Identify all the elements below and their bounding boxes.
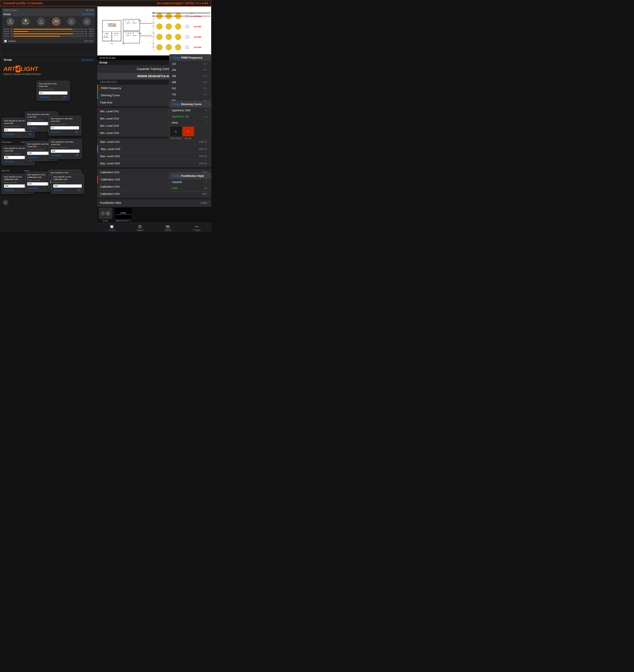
popup-img-2: 🔴 — [182, 127, 194, 136]
dimmer-handle-3 — [11, 33, 13, 35]
svg-text:8: 8 — [133, 20, 134, 22]
pushbutton-opt-casambi[interactable]: Casambi1 › — [169, 179, 211, 185]
svg-text:+: + — [114, 37, 115, 38]
device-mos[interactable]: ∿∿ MOS — [83, 18, 91, 26]
pwm-opt-488[interactable]: 488488 › — [169, 79, 211, 86]
popup-cal-ch1-title: Voer waarde in voorCalibration CH1 — [53, 176, 82, 181]
popup-cal-ch1-input[interactable] — [53, 184, 82, 188]
mobile-section: Groep Bewerken ART 4 LIGHT Importer Casa… — [0, 55, 211, 232]
popup-min-ch1[interactable]: Voer waarde in voor Min.Level CH1 Tussen… — [48, 116, 81, 136]
param-cal-ch2-label: Calibration CH2 — [101, 178, 120, 181]
svg-text:DA: DA — [103, 37, 106, 38]
tab-galerij[interactable]: 🖼 Galerij — [137, 225, 143, 231]
groep-circles[interactable] — [99, 208, 113, 219]
svg-text:9: 9 — [125, 32, 126, 34]
popup-min-ch1-ok[interactable]: OK — [74, 131, 79, 134]
pushbutton-popup-back[interactable]: ‹ Terug — [171, 175, 180, 178]
tab-meer[interactable]: ••• *** Meer — [193, 225, 200, 231]
pwm-opt-244[interactable]: 244244 › — [169, 67, 211, 73]
popup-max-ch2[interactable]: Voer waarde in voor Max.Level CH2 Tussen… — [49, 139, 82, 159]
popup-max-ch2-ok[interactable]: OK — [75, 154, 79, 157]
logo-4: 4 — [16, 66, 20, 72]
svg-point-51 — [156, 34, 162, 40]
popup-max-ch3-annuleren[interactable]: Annuleren — [27, 156, 39, 159]
dimming-opt-log100-selected[interactable]: logarithmic 100 1 ✓ — [169, 114, 211, 120]
svg-text:(+): (+) — [152, 46, 154, 48]
dimmer-handle-4 — [11, 35, 13, 37]
casambi-ui: 10:54 Di 14 dec. ▶ 100% Groep Bewerken ☰… — [2, 8, 95, 44]
pushbutton-popup: ‹ Terug PushButton Style Casambi1 › Ardi… — [169, 172, 211, 192]
arditi-subtitle: LIGHTING INNOVATION — [115, 214, 131, 215]
param-min-ch2-label: Min. Level CH2 — [100, 117, 119, 120]
pwm-opt-366[interactable]: 366366 › — [169, 73, 211, 79]
bewerken-header[interactable]: Bewerken — [81, 58, 93, 61]
tab-galerij-icon: 🖼 — [138, 225, 142, 229]
dimmer-row-2[interactable]: Dimmer 21,2 % — [4, 30, 94, 32]
popup-min-ch1-annuleren[interactable]: Annuleren — [50, 131, 62, 134]
popup-min-ch1-input[interactable] — [50, 126, 79, 130]
param-max-ch3[interactable]: Max. Level CH3 100 % › — [97, 153, 211, 160]
param-pushbutton[interactable]: PushButton Style Arditi › — [97, 199, 211, 206]
param-pushbutton-label: PushButton Style — [100, 201, 121, 204]
pushbutton-opt-arditi-selected[interactable]: Arditi 0 ✓ — [169, 185, 211, 191]
dimmer-row-4[interactable]: Dimmer 66,5 % — [4, 35, 94, 37]
tab-lampen[interactable]: 🔲 Lampen — [108, 225, 116, 231]
popup-fade-input[interactable] — [39, 91, 67, 95]
label-alle-lampen: Alle lampen — [2, 141, 11, 143]
popup-max-ch4-annuleren[interactable]: Annuleren — [4, 160, 16, 163]
dimming-opt-linear[interactable]: linear2 › — [169, 120, 211, 126]
svg-text:7: 7 — [130, 20, 131, 22]
popup-cal-ch4-annuleren[interactable]: Annuleren — [4, 189, 16, 192]
device-trinity[interactable]: ✂ Trinity — [37, 18, 45, 26]
tab-galerij-label: Galerij — [137, 229, 143, 231]
logo-tagline: Importer Casambi Enabled Products — [3, 73, 95, 75]
device-pure-move[interactable]: 💡 Pure move — [22, 18, 30, 26]
lamp-edit[interactable]: Meer filter — [84, 40, 94, 42]
pushbutton-popup-title: PushButton Style — [181, 174, 204, 178]
popup-min-ch2-annuleren[interactable]: Annuleren — [27, 126, 39, 130]
pwm-opt-610[interactable]: 610610 › — [169, 86, 211, 92]
popup-cal-ch1-annuleren[interactable]: Annuleren — [53, 189, 65, 192]
popup-cal-ch1-ok[interactable]: OK — [77, 189, 82, 192]
parameters-label: PARAMETERS — [100, 81, 117, 83]
param-max-ch2[interactable]: Max. Level CH2 100 % › — [97, 145, 211, 153]
param-max-ch2-value: 100 % › — [199, 147, 209, 150]
popup-cal-ch3-annuleren[interactable]: Annuleren — [27, 187, 39, 190]
popup-fade-title: Voer waarde in voorFade time — [39, 83, 67, 88]
popup-min-ch3-annuleren[interactable]: Annuleren — [4, 133, 16, 136]
device-groep[interactable]: ☰ Groep — [6, 18, 15, 26]
popup-max-ch2-subtitle: Tussen 0.1 en 100 % — [51, 146, 79, 148]
dimmer-fill-2 — [13, 31, 28, 32]
left-side: Groep Bewerken ART 4 LIGHT Importer Casa… — [0, 55, 97, 232]
param-max-ch4[interactable]: Max. Level CH4 100 % › — [97, 160, 211, 167]
logo-light: LIGHT — [21, 66, 38, 72]
device-liga[interactable]: ≋ LIGAA... — [67, 18, 75, 26]
pwm-opt-732[interactable]: 732732 › — [169, 92, 211, 98]
popup-min-ch3-ok[interactable]: OK — [28, 133, 32, 136]
popup-fade-annuleren[interactable]: Annuleren — [39, 96, 50, 99]
right-side: 10:54 Di 14 dec. 📶 ▶ 100% 🔋 Groep Bewerk… — [97, 55, 211, 232]
pwm-popup-back[interactable]: ‹ Terug — [171, 56, 180, 59]
dimming-opt-log1000[interactable]: logarithmic 10000 › — [169, 108, 211, 114]
dimming-popup-back[interactable]: ‹ Terug — [171, 103, 180, 106]
popup-max-ch2-input[interactable] — [51, 149, 79, 153]
param-cal-ch1-label: Calibration CH1 — [100, 171, 120, 174]
device-icons-row: ☰ Groep 💡 Pure move ✂ Trinity 4CH Bulb R… — [2, 16, 95, 27]
popup-fade-ok[interactable]: OK — [63, 96, 67, 99]
svg-text:-X2: -X2 — [122, 43, 124, 45]
tab-scenes[interactable]: 📷 Scènes — [165, 225, 171, 231]
popup-cal-ch1[interactable]: Voer waarde in voorCalibration CH1 Tusse… — [51, 174, 84, 194]
pwm-opt-122[interactable]: 122122 › — [169, 61, 211, 67]
ui-bewerken[interactable]: Bewerken — [83, 13, 94, 16]
dimmer-row-3[interactable]: Dimmer 84,3 % — [4, 33, 94, 35]
wiring-panel: XLED4 CV CASAMBI 📶 DALI 1 2 DA DA DC IN … — [97, 6, 211, 55]
param-max-ch4-label: Max. Level CH4 — [100, 162, 120, 165]
popup-fade-time[interactable]: Voer waarde in voorFade time Tussen 0 en… — [36, 81, 70, 101]
tab-lampen-icon: 🔲 — [110, 225, 114, 229]
popup-max-ch2-annuleren[interactable]: Annuleren — [51, 154, 62, 157]
svg-text:DALI: DALI — [105, 33, 108, 34]
param-max-ch3-value: 100 % › — [199, 155, 209, 158]
arditi-box[interactable]: arditi LIGHTING INNOVATION — [114, 208, 132, 219]
dimmer-row-1[interactable]: Dimmer 83,5 % — [4, 28, 94, 30]
device-4ch[interactable]: 4CH Bulb RGB... — [52, 18, 60, 26]
